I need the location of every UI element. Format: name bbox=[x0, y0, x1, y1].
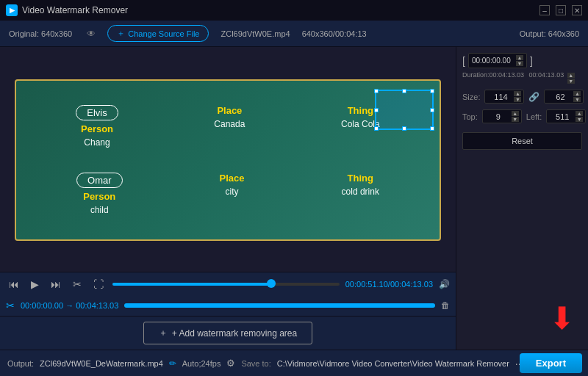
progress-bar[interactable] bbox=[112, 283, 340, 286]
change-source-button[interactable]: ＋ Change Source File bbox=[107, 25, 209, 42]
left-spinners[interactable]: ▲ ▼ bbox=[576, 111, 583, 122]
clip-range: 00:00:00.00 → 00:04:13.03 bbox=[21, 301, 118, 310]
top-wrap[interactable]: ▲ ▼ bbox=[482, 109, 522, 123]
left-down[interactable]: ▼ bbox=[576, 117, 583, 122]
end-time: 00:04:13.03 bbox=[529, 71, 564, 79]
quiz-col-2-3: Thing cold drink bbox=[342, 173, 379, 197]
end-time-up[interactable]: ▲ bbox=[567, 73, 575, 78]
output-label: Output: 640x360 bbox=[520, 29, 579, 38]
name-elvis: Elvis bbox=[76, 105, 118, 120]
download-arrow-icon: ⬇ bbox=[549, 300, 575, 336]
left-label: Left: bbox=[526, 112, 542, 121]
category-place-1: Place bbox=[217, 105, 242, 116]
time-display: 00:00:51.10/00:04:13.03 bbox=[345, 280, 433, 289]
answer-colddrink: cold drink bbox=[342, 187, 379, 197]
size-label: Size: bbox=[462, 93, 480, 101]
handle-mid-right[interactable] bbox=[430, 108, 434, 112]
gear-icon[interactable]: ⚙ bbox=[226, 358, 235, 369]
answer-chang: Chang bbox=[84, 137, 110, 148]
category-thing-2: Thing bbox=[348, 173, 373, 184]
top-up[interactable]: ▲ bbox=[512, 111, 519, 116]
top-input[interactable] bbox=[485, 112, 512, 121]
height-up[interactable]: ▲ bbox=[573, 91, 581, 96]
output-file-name: ZCl69dVtW0E_DeWatermark.mp4 bbox=[40, 359, 163, 368]
app-icon: ▶ bbox=[6, 4, 18, 16]
handle-bot-left[interactable] bbox=[374, 126, 379, 131]
clip-button[interactable]: ✂ bbox=[70, 277, 85, 292]
video-canvas: Elvis Person Chang Place Canada Thing Co… bbox=[0, 47, 456, 272]
link-icon[interactable]: 🔗 bbox=[528, 92, 539, 102]
clip-track[interactable] bbox=[124, 303, 435, 308]
start-time-spinners[interactable]: ▲ ▼ bbox=[516, 55, 523, 66]
top-spinners[interactable]: ▲ ▼ bbox=[512, 111, 519, 122]
progress-thumb[interactable] bbox=[267, 279, 276, 288]
handle-top-mid[interactable] bbox=[402, 89, 406, 93]
close-button[interactable]: ✕ bbox=[572, 5, 582, 15]
left-wrap[interactable]: ▲ ▼ bbox=[546, 109, 586, 123]
answer-city: city bbox=[226, 187, 239, 197]
edit-icon[interactable]: ✏ bbox=[169, 358, 176, 369]
height-input[interactable] bbox=[547, 93, 573, 101]
delete-icon[interactable]: 🗑 bbox=[441, 300, 450, 311]
title-bar: ▶ Video Watermark Remover – □ ✕ bbox=[0, 0, 588, 21]
minimize-button[interactable]: – bbox=[539, 5, 550, 15]
progress-fill bbox=[112, 283, 271, 286]
go-start-button[interactable]: ⏮ bbox=[6, 277, 22, 292]
window-controls: – □ ✕ bbox=[539, 5, 582, 15]
video-frame: Elvis Person Chang Place Canada Thing Co… bbox=[15, 79, 441, 241]
play-button[interactable]: ▶ bbox=[28, 277, 42, 292]
start-time-down[interactable]: ▼ bbox=[516, 61, 523, 66]
expand-button[interactable]: ⛶ bbox=[90, 277, 107, 292]
top-label: Top: bbox=[462, 112, 478, 121]
left-up[interactable]: ▲ bbox=[576, 111, 583, 116]
right-panel: [ ▲ ▼ ] Duration:00:04:13.03 00:04:13.03 bbox=[456, 47, 588, 350]
volume-icon[interactable]: 🔊 bbox=[439, 279, 450, 289]
playback-controls: ⏮ ▶ ⏭ ✂ ⛶ 00:00:51.10/00:04:13.03 🔊 bbox=[0, 272, 456, 295]
category-thing-1: Thing bbox=[348, 105, 373, 116]
handle-bot-right[interactable] bbox=[430, 126, 434, 131]
top-down[interactable]: ▼ bbox=[512, 117, 519, 122]
output-format: Auto;24fps bbox=[182, 359, 221, 368]
width-spinners[interactable]: ▲ ▼ bbox=[514, 91, 521, 102]
height-wrap[interactable]: ▲ ▼ bbox=[544, 90, 584, 104]
bottom-bar: Output: ZCl69dVtW0E_DeWatermark.mp4 ✏ Au… bbox=[0, 350, 588, 376]
width-down[interactable]: ▼ bbox=[514, 97, 521, 102]
height-down[interactable]: ▼ bbox=[573, 97, 581, 102]
go-end-button[interactable]: ⏭ bbox=[48, 277, 64, 292]
start-time-input[interactable] bbox=[472, 57, 516, 65]
width-wrap[interactable]: ▲ ▼ bbox=[484, 90, 524, 104]
add-watermark-label: + Add watermark removing area bbox=[172, 328, 297, 339]
output-file-label: Output: bbox=[7, 359, 34, 368]
left-input[interactable] bbox=[549, 112, 576, 121]
start-time-up[interactable]: ▲ bbox=[516, 55, 523, 60]
maximize-button[interactable]: □ bbox=[556, 5, 566, 15]
handle-mid-left[interactable] bbox=[374, 108, 379, 112]
handle-bot-mid[interactable] bbox=[402, 126, 406, 131]
original-label: Original: 640x360 bbox=[9, 29, 72, 38]
file-info: 640x360/00:04:13 bbox=[302, 29, 367, 38]
clip-bar: ✂ 00:00:00.00 → 00:04:13.03 🗑 bbox=[0, 295, 456, 316]
quiz-col-2-1: Omar Person child bbox=[76, 173, 123, 215]
answer-canada: Canada bbox=[214, 119, 245, 129]
handle-top-left[interactable] bbox=[374, 89, 379, 93]
add-watermark-button[interactable]: ＋ + Add watermark removing area bbox=[143, 322, 312, 344]
eye-icon[interactable]: 👁 bbox=[87, 29, 96, 39]
handle-top-right[interactable] bbox=[430, 89, 434, 93]
video-panel: Elvis Person Chang Place Canada Thing Co… bbox=[0, 47, 456, 350]
width-up[interactable]: ▲ bbox=[514, 91, 521, 96]
category-person-1: Person bbox=[81, 123, 113, 134]
quiz-row-1: Elvis Person Chang Place Canada Thing Co… bbox=[28, 105, 428, 148]
reset-button[interactable]: Reset bbox=[462, 132, 582, 150]
width-input[interactable] bbox=[487, 93, 514, 101]
end-time-spinners[interactable]: ▲ ▼ bbox=[567, 73, 575, 84]
duration-row: Duration:00:04:13.03 00:04:13.03 ▲ ▼ bbox=[462, 71, 582, 84]
end-time-down[interactable]: ▼ bbox=[567, 79, 575, 84]
bracket-right: ] bbox=[530, 55, 533, 67]
time-range-row: [ ▲ ▼ ] bbox=[462, 53, 582, 68]
start-time-wrap[interactable]: ▲ ▼ bbox=[468, 53, 527, 68]
height-spinners[interactable]: ▲ ▼ bbox=[573, 91, 581, 102]
quiz-row-2: Omar Person child Place city Thing cold … bbox=[28, 173, 428, 215]
export-button[interactable]: Export bbox=[520, 353, 582, 373]
duration-label: Duration:00:04:13.03 bbox=[462, 71, 524, 79]
watermark-selection-box[interactable] bbox=[375, 90, 434, 130]
